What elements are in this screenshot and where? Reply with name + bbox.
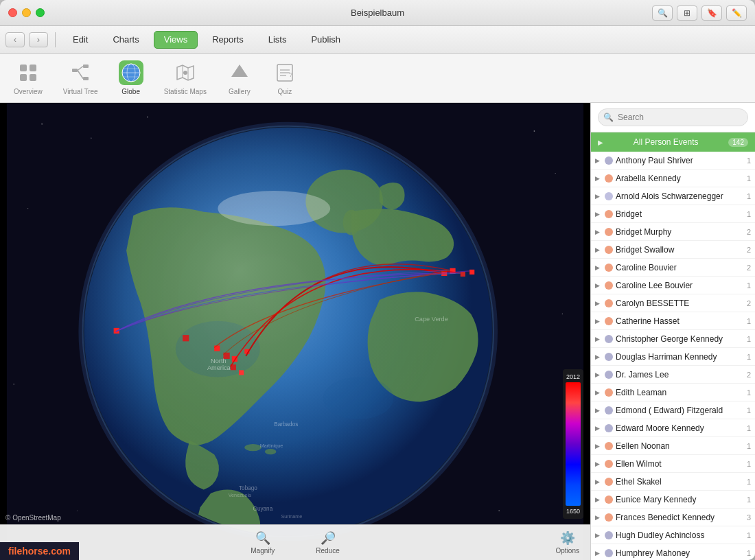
person-list: ▶ Anthony Paul Shriver 1 ▶ Arabella Kenn…	[591, 152, 755, 560]
person-count: 1	[747, 424, 751, 432]
tab-edit[interactable]: Edit	[62, 31, 98, 49]
osm-credit: © OpenStreetMap	[5, 514, 61, 522]
tools-icon-btn[interactable]: ✏️	[726, 5, 747, 21]
svg-rect-61	[461, 272, 465, 277]
svg-rect-58	[239, 370, 244, 375]
person-item[interactable]: ▶ Catherine Hasset 1	[591, 312, 755, 330]
person-arrow: ▶	[595, 389, 602, 396]
person-name: Frances Benedict Kennedy	[616, 513, 744, 522]
main-content: North America Barbados Martinique Tobago…	[0, 103, 755, 560]
person-name: Edmond ( Edward) Fitzgerald	[616, 406, 744, 415]
toolbar-overview[interactable]: Overview	[14, 60, 43, 95]
reduce-tool[interactable]: 🔎 Reduce	[316, 530, 339, 555]
list-header[interactable]: ▶ All Person Events 142	[591, 132, 755, 152]
person-item[interactable]: ▶ Arabella Kennedy 1	[591, 170, 755, 187]
person-count: 2	[747, 264, 751, 272]
person-count: 3	[747, 513, 751, 522]
person-count: 1	[747, 335, 751, 343]
person-dot	[605, 442, 613, 450]
person-arrow: ▶	[595, 353, 602, 360]
person-name: Caroline Lee Bouvier	[616, 281, 744, 290]
person-arrow: ▶	[595, 246, 602, 253]
person-item[interactable]: ▶ Eellen Noonan 1	[591, 437, 755, 455]
tab-lists[interactable]: Lists	[258, 31, 297, 49]
search-icon: 🔍	[603, 113, 614, 122]
svg-point-25	[555, 173, 556, 174]
person-item[interactable]: ▶ Carolyn BESSETTE 2	[591, 294, 755, 312]
quiz-label: Quiz	[278, 88, 292, 95]
person-item[interactable]: ▶ Caroline Bouvier 2	[591, 259, 755, 277]
magnify-tool[interactable]: 🔍 Magnify	[251, 530, 275, 555]
reduce-label: Reduce	[316, 547, 339, 555]
toolbar-gallery[interactable]: Gallery	[227, 60, 252, 95]
svg-point-14	[183, 71, 187, 75]
search-icon-btn[interactable]: 🔍	[652, 5, 673, 21]
person-item[interactable]: ▶ Dr. James Lee 2	[591, 366, 755, 384]
legend-year-top: 2012	[566, 373, 581, 380]
tab-charts[interactable]: Charts	[102, 31, 149, 49]
person-item[interactable]: ▶ Arnold Alois Schwarzenegger 1	[591, 187, 755, 205]
person-item[interactable]: ▶ Bridget Swallow 2	[591, 241, 755, 259]
close-button[interactable]	[8, 8, 17, 17]
person-item[interactable]: ▶ Edward Moore Kennedy 1	[591, 419, 755, 437]
person-arrow: ▶	[595, 496, 602, 503]
person-item[interactable]: ▶ Caroline Lee Bouvier 1	[591, 277, 755, 294]
svg-point-28	[562, 314, 563, 314]
person-name: Catherine Hasset	[616, 316, 744, 326]
svg-point-30	[498, 511, 499, 511]
watermark: filehorse.com	[0, 542, 79, 560]
person-item[interactable]: ▶ Ellen Wilmot 1	[591, 455, 755, 473]
svg-text:?: ?	[289, 71, 292, 78]
svg-rect-3	[30, 74, 36, 81]
person-item[interactable]: ▶ Christopher George Kennedy 1	[591, 330, 755, 348]
bookmark-icon-btn[interactable]: 🔖	[701, 5, 722, 21]
toolbar-virtual-tree[interactable]: Virtual Tree	[63, 60, 98, 95]
options-tool[interactable]: ⚙️ Options	[556, 530, 579, 555]
person-count: 1	[747, 388, 751, 397]
magnify-icon: 🔍	[255, 530, 270, 546]
person-arrow: ▶	[595, 157, 602, 164]
person-item[interactable]: ▶ Frances Benedict Kennedy 3	[591, 509, 755, 526]
svg-rect-4	[72, 69, 78, 72]
person-arrow: ▶	[595, 229, 602, 235]
person-count: 1	[747, 192, 751, 200]
svg-rect-52	[183, 335, 189, 341]
tab-views[interactable]: Views	[154, 31, 198, 49]
person-item[interactable]: ▶ Bridget 1	[591, 205, 755, 223]
person-item[interactable]: ▶ Anthony Paul Shriver 1	[591, 152, 755, 170]
person-item[interactable]: ▶ Ethel Skakel 1	[591, 473, 755, 491]
person-item[interactable]: ▶ Douglas Harriman Kennedy 1	[591, 348, 755, 366]
back-button[interactable]: ‹	[5, 32, 25, 47]
person-item[interactable]: ▶ Hugh Dudley Achincloss 1	[591, 526, 755, 544]
forward-button[interactable]: ›	[29, 32, 48, 47]
globe-icon	[119, 60, 143, 85]
svg-text:Guyana: Guyana	[253, 506, 273, 512]
tab-reports[interactable]: Reports	[202, 31, 254, 49]
tab-publish[interactable]: Publish	[301, 31, 351, 49]
list-header-label: All Person Events	[634, 137, 699, 147]
person-item[interactable]: ▶ Bridget Murphy 2	[591, 223, 755, 241]
person-item[interactable]: ▶ Eunice Mary Kennedy 1	[591, 491, 755, 509]
globe-area[interactable]: North America Barbados Martinique Tobago…	[0, 103, 590, 560]
person-arrow: ▶	[595, 282, 602, 289]
minimize-button[interactable]	[22, 8, 31, 17]
person-arrow: ▶	[595, 478, 602, 485]
maximize-button[interactable]	[36, 8, 45, 17]
person-item[interactable]: ▶ Humphrey Mahoney 1	[591, 544, 755, 560]
svg-rect-1	[30, 65, 36, 71]
toolbar-statistic-maps[interactable]: Statistic Maps	[164, 60, 207, 95]
toolbar-quiz[interactable]: ? Quiz	[272, 60, 297, 95]
person-dot	[605, 246, 613, 254]
person-item[interactable]: ▶ Edmond ( Edward) Fitzgerald 1	[591, 401, 755, 419]
gallery-label: Gallery	[229, 88, 251, 95]
person-dot	[605, 174, 613, 183]
window-icon-btn[interactable]: ⊞	[677, 5, 697, 21]
search-input[interactable]	[598, 108, 748, 126]
svg-rect-60	[450, 268, 455, 274]
person-arrow: ▶	[595, 532, 602, 539]
search-bar: 🔍	[591, 103, 755, 132]
person-count: 1	[747, 495, 751, 504]
person-item[interactable]: ▶ Edith Leaman 1	[591, 384, 755, 401]
toolbar-globe[interactable]: Globe	[119, 60, 143, 95]
options-label: Options	[556, 547, 579, 555]
